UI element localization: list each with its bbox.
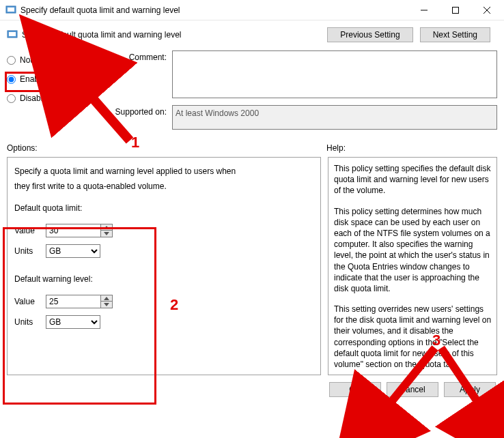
limit-value-input[interactable]: [46, 224, 100, 237]
state-radio-group: Not Configured Enabled Disabled: [7, 50, 102, 136]
limit-units-select[interactable]: GB: [46, 244, 100, 258]
spin-up-icon[interactable]: [101, 295, 112, 302]
gpedit-icon: [7, 29, 18, 40]
radio-enabled[interactable]: [7, 75, 16, 84]
state-disabled[interactable]: Disabled: [7, 89, 102, 108]
apply-button[interactable]: Apply: [444, 382, 496, 397]
svg-marker-10: [104, 297, 109, 300]
options-description: Specify a quota limit and warning level …: [14, 164, 313, 194]
svg-rect-3: [453, 7, 459, 13]
policy-subtitle: Specify default quota limit and warning …: [22, 30, 327, 40]
svg-marker-11: [104, 303, 109, 306]
radio-label: Enabled: [20, 74, 50, 84]
header: Specify default quota limit and warning …: [0, 20, 504, 50]
warn-value-input[interactable]: [46, 295, 100, 308]
help-text: This setting overrides new users' settin…: [334, 304, 494, 370]
maximize-button[interactable]: [440, 0, 471, 20]
options-label: Options:: [7, 143, 326, 153]
options-panel: Specify a quota limit and warning level …: [7, 157, 321, 375]
default-warning-level-group: Default warning level: Value Units GB: [14, 274, 313, 336]
svg-marker-9: [104, 232, 109, 235]
svg-rect-1: [8, 8, 14, 12]
help-text: This policy setting specifies the defaul…: [334, 163, 494, 196]
help-text: This policy setting determines how much …: [334, 206, 494, 295]
comment-label: Comment:: [109, 50, 172, 98]
units-label: Units: [14, 317, 40, 327]
minimize-button[interactable]: [408, 0, 440, 20]
watermark: wsxdn.com: [466, 413, 500, 420]
limit-legend: Default quota limit:: [14, 203, 313, 213]
ok-button[interactable]: OK: [329, 382, 381, 397]
warn-value-spinner[interactable]: [46, 295, 113, 308]
gpedit-icon: [5, 5, 16, 16]
limit-value-spinner[interactable]: [46, 224, 113, 237]
value-label: Value: [14, 297, 40, 306]
previous-setting-button[interactable]: Previous Setting: [327, 27, 412, 42]
state-enabled[interactable]: Enabled: [7, 70, 102, 89]
spin-up-icon[interactable]: [101, 224, 112, 231]
spin-down-icon[interactable]: [101, 302, 112, 308]
value-label: Value: [14, 226, 40, 235]
cancel-button[interactable]: Cancel: [387, 382, 438, 397]
help-panel[interactable]: This policy setting specifies the defaul…: [328, 157, 497, 375]
supported-label: Supported on:: [109, 105, 172, 130]
default-quota-limit-group: Default quota limit: Value Units GB: [14, 203, 313, 265]
dialog-footer: OK Cancel Apply: [0, 375, 504, 404]
radio-label: Not Configured: [20, 55, 75, 65]
next-setting-button[interactable]: Next Setting: [420, 27, 490, 42]
svg-rect-7: [9, 32, 16, 36]
comment-textarea[interactable]: [172, 50, 497, 98]
warn-units-select[interactable]: GB: [46, 315, 100, 329]
svg-marker-8: [104, 226, 109, 229]
close-button[interactable]: [471, 0, 503, 20]
supported-on-box: At least Windows 2000: [172, 105, 497, 130]
window-title: Specify default quota limit and warning …: [20, 5, 408, 15]
warn-legend: Default warning level:: [14, 274, 313, 284]
state-not-configured[interactable]: Not Configured: [7, 50, 102, 70]
help-label: Help:: [326, 143, 346, 153]
radio-not-configured[interactable]: [7, 56, 16, 65]
titlebar: Specify default quota limit and warning …: [0, 0, 504, 20]
spin-down-icon[interactable]: [101, 231, 112, 237]
radio-label: Disabled: [20, 93, 52, 103]
radio-disabled[interactable]: [7, 94, 16, 103]
units-label: Units: [14, 246, 40, 256]
